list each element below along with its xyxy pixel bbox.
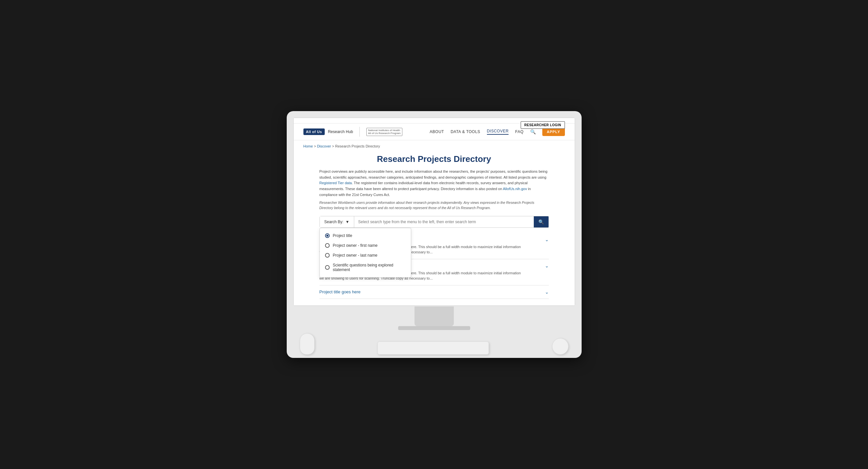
search-submit-button[interactable]: 🔍 — [534, 216, 549, 227]
search-icon[interactable]: 🔍 — [530, 129, 536, 134]
search-bar: Search By: ▼ 🔍 — [319, 216, 549, 228]
breadcrumb-home[interactable]: Home — [303, 144, 313, 148]
registered-tier-link[interactable]: Registered Tier data — [319, 181, 352, 185]
chevron-down-icon-1: ⌄ — [545, 263, 549, 269]
search-by-button[interactable]: Search By: ▼ — [320, 216, 354, 227]
nav-links: ABOUT DATA & TOOLS DISCOVER FAQ 🔍 APPLY — [430, 127, 565, 136]
page-description: Project overviews are publicly accessibl… — [319, 169, 549, 198]
radio-owner-last — [325, 253, 330, 258]
researcher-login-button[interactable]: RESEARCHER LOGIN — [521, 121, 565, 129]
chevron-down-icon-2: ⌄ — [545, 289, 549, 294]
result-header-2[interactable]: Project title goes here ⌄ — [319, 289, 549, 294]
main-content: Home > Discover > Research Projects Dire… — [293, 140, 575, 305]
result-item-2: Project title goes here ⌄ — [319, 285, 549, 299]
apply-button[interactable]: APPLY — [542, 127, 565, 136]
logo-allofus-text: All of Us — [306, 130, 322, 134]
nav-about[interactable]: ABOUT — [430, 129, 444, 134]
dropdown-option-2[interactable]: Project owner - last name — [320, 250, 411, 260]
research-hub-text: Research Hub — [328, 129, 353, 134]
dropdown-option-1[interactable]: Project owner - first name — [320, 241, 411, 250]
nav-faq[interactable]: FAQ — [515, 129, 524, 134]
search-dropdown: Project title Project owner - first name… — [319, 228, 411, 278]
chevron-down-icon: ▼ — [345, 220, 349, 224]
nih-logo: National Institutes of Health All of Us … — [366, 128, 402, 136]
mouse — [300, 333, 315, 355]
radio-owner-first — [325, 243, 330, 248]
monitor-stand — [414, 307, 454, 326]
allofus-logo: All of Us — [303, 128, 325, 135]
search-container: Search By: ▼ 🔍 Project title — [319, 216, 549, 228]
page-title: Research Projects Directory — [303, 154, 565, 164]
radio-project-title — [325, 233, 330, 238]
disclaimer-text: Researcher Workbench users provide infor… — [319, 200, 549, 211]
breadcrumb-current: Research Projects Directory — [335, 144, 380, 148]
keyboard — [377, 342, 489, 355]
dropdown-option-0[interactable]: Project title — [320, 231, 411, 241]
result-title-2: Project title goes here — [319, 289, 361, 294]
allofus-link[interactable]: AllofUs.nih.gov — [503, 187, 527, 191]
chevron-down-icon-0: ⌄ — [545, 237, 549, 242]
logo-section: All of Us Research Hub National Institut… — [303, 127, 402, 137]
search-by-label: Search By: — [324, 220, 344, 224]
monitor-base — [398, 326, 470, 330]
dropdown-option-3[interactable]: Scientific questions being explored stat… — [320, 260, 411, 275]
breadcrumb-discover[interactable]: Discover — [317, 144, 331, 148]
breadcrumb: Home > Discover > Research Projects Dire… — [303, 140, 565, 151]
magnifier-icon: 🔍 — [538, 219, 544, 224]
nav-data-tools[interactable]: DATA & TOOLS — [451, 129, 480, 134]
search-input[interactable] — [354, 216, 533, 227]
speaker — [552, 338, 568, 355]
logo-divider — [360, 127, 360, 137]
radio-scientific-questions — [325, 265, 330, 270]
desk-area — [293, 333, 575, 358]
nav-discover[interactable]: DISCOVER — [487, 129, 509, 135]
